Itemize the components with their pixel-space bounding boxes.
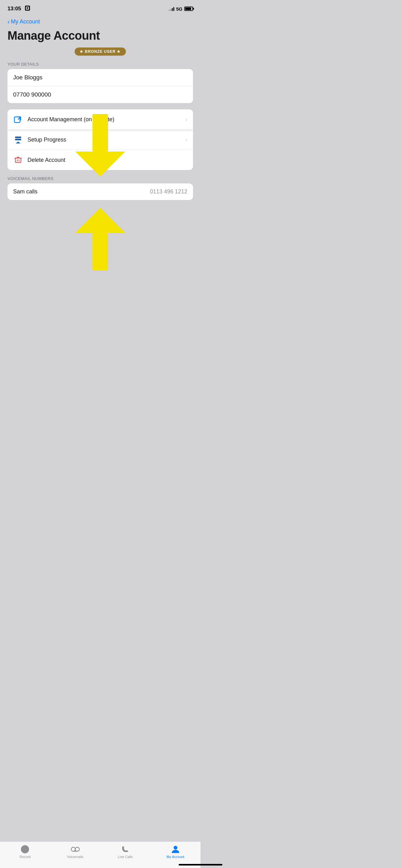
svg-rect-3	[27, 8, 28, 9]
trash-icon	[13, 155, 23, 165]
svg-rect-8	[15, 136, 21, 138]
page-title: Manage Account	[7, 29, 193, 42]
svg-rect-19	[93, 233, 108, 270]
account-management-label: Account Management (on website)	[28, 116, 181, 123]
svg-rect-9	[15, 139, 21, 140]
account-management-chevron: ›	[186, 116, 188, 123]
external-link-icon	[13, 114, 23, 124]
battery-indicator	[184, 6, 193, 11]
svg-rect-6	[14, 117, 20, 122]
delete-account-item[interactable]: Delete Account	[7, 150, 193, 170]
details-card: Joe Bloggs 07700 900000	[7, 69, 193, 103]
signal-bar-3	[172, 8, 173, 11]
setup-progress-item[interactable]: Setup Progress ›	[7, 130, 193, 150]
back-chevron-icon: ‹	[7, 18, 10, 25]
svg-marker-18	[75, 208, 125, 233]
signal-bar-2	[170, 9, 171, 11]
voicemail-numbers-label: VOICEMAIL NUMBERS	[0, 176, 201, 183]
svg-marker-10	[15, 142, 21, 144]
menu-card: Account Management (on website) › Setup …	[7, 110, 193, 170]
page-title-container: Manage Account	[0, 27, 201, 48]
user-phone-item: 07700 900000	[7, 86, 193, 103]
user-name-item: Joe Bloggs	[7, 69, 193, 86]
voicemail-number: 0113 496 1212	[150, 188, 188, 195]
signal-bars	[169, 6, 174, 11]
content-area: Manage Account ★ BRONZE USER ★ YOUR DETA…	[0, 27, 201, 244]
setup-progress-icon	[13, 135, 23, 145]
network-type: 5G	[176, 6, 182, 11]
voicemail-name: Sam calls	[13, 188, 145, 195]
setup-progress-chevron: ›	[186, 136, 188, 143]
svg-rect-2	[27, 7, 28, 8]
back-button[interactable]: ‹ My Account	[7, 18, 40, 25]
badge-container: ★ BRONZE USER ★	[0, 48, 201, 56]
bronze-badge: ★ BRONZE USER ★	[75, 48, 126, 56]
back-label: My Account	[11, 19, 40, 25]
annotation-arrow-up	[75, 208, 125, 272]
setup-progress-label: Setup Progress	[28, 136, 181, 143]
setup-icon-svg	[14, 135, 23, 144]
status-time-container: 13:05	[7, 6, 30, 12]
yellow-arrow-up-svg	[75, 208, 125, 270]
badge-label: ★ BRONZE USER ★	[80, 50, 121, 54]
voicemail-numbers-card: Sam calls 0113 496 1212	[7, 183, 193, 200]
status-right: 5G	[169, 6, 193, 11]
delete-account-label: Delete Account	[28, 157, 188, 163]
trash-svg	[14, 156, 22, 164]
account-management-item[interactable]: Account Management (on website) ›	[7, 110, 193, 130]
signal-bar-1	[169, 10, 170, 11]
svg-rect-11	[15, 158, 21, 162]
ext-link-svg	[14, 115, 23, 124]
signal-bar-4	[173, 7, 174, 11]
nav-bar: ‹ My Account	[0, 16, 201, 27]
your-details-label: YOUR DETAILS	[0, 62, 201, 69]
user-phone: 07700 900000	[13, 91, 188, 98]
status-time: 13:05	[7, 6, 21, 11]
user-name: Joe Bloggs	[13, 74, 188, 81]
status-bar: 13:05 5G	[0, 0, 201, 16]
battery-fill	[185, 7, 191, 10]
contact-icon	[25, 6, 30, 11]
voicemail-number-item[interactable]: Sam calls 0113 496 1212	[7, 183, 193, 200]
